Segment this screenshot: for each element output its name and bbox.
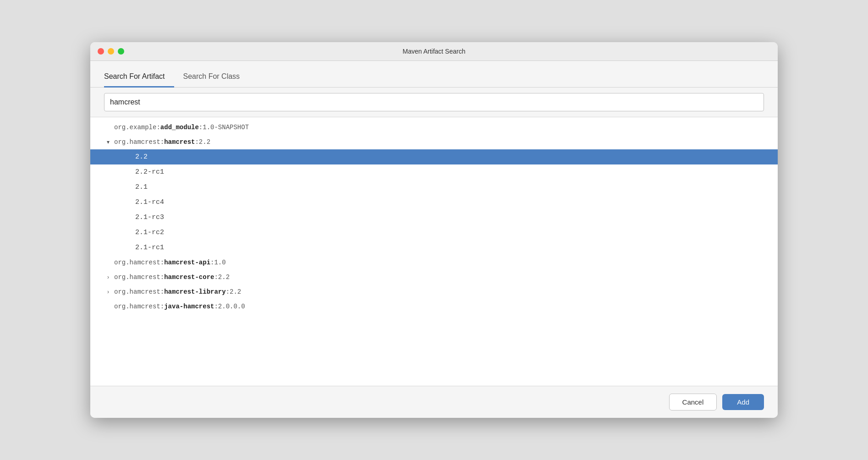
close-button[interactable] [98,48,104,55]
list-item-hamcrest-library[interactable]: › org.hamcrest:hamcrest-library:2.2 [90,285,778,299]
title-bar: Maven Artifact Search [90,42,778,61]
list-item-version-2-1-rc4[interactable]: 2.1-rc4 [90,195,778,210]
version-label: 2.1-rc2 [135,229,164,236]
chevron-down-icon: ▾ [104,139,112,145]
artifact-label: org.hamcrest:hamcrest:2.2 [114,138,210,146]
dialog-footer: Cancel Add [90,386,778,418]
dialog-container: Maven Artifact Search Search For Artifac… [90,42,778,418]
search-input[interactable] [104,93,764,111]
version-label: 2.1-rc1 [135,244,164,252]
artifact-label: org.example:add_module:1.0-SNAPSHOT [114,124,249,131]
artifact-label: org.hamcrest:java-hamcrest:2.0.0.0 [114,303,245,310]
dialog-title: Maven Artifact Search [403,48,466,55]
chevron-right-icon: › [104,289,112,295]
list-item-group-hamcrest[interactable]: ▾ org.hamcrest:hamcrest:2.2 [90,135,778,149]
artifact-label: org.hamcrest:hamcrest-api:1.0 [114,259,226,266]
minimize-button[interactable] [108,48,114,55]
dialog-body: Search For Artifact Search For Class org… [90,61,778,386]
search-area [90,88,778,117]
list-item-version-2-1-rc1[interactable]: 2.1-rc1 [90,240,778,255]
list-item-version-2-2-rc1[interactable]: 2.2-rc1 [90,164,778,180]
list-item-hamcrest-api[interactable]: org.hamcrest:hamcrest-api:1.0 [90,255,778,270]
artifact-label: org.hamcrest:hamcrest-core:2.2 [114,274,230,281]
list-item-version-2-2[interactable]: 2.2 [90,149,778,164]
artifact-label: org.hamcrest:hamcrest-library:2.2 [114,288,241,296]
tabs-container: Search For Artifact Search For Class [90,66,778,88]
list-item-version-2-1-rc3[interactable]: 2.1-rc3 [90,210,778,225]
add-button[interactable]: Add [722,394,764,410]
list-item[interactable]: org.example:add_module:1.0-SNAPSHOT [90,120,778,135]
window-controls [98,48,124,55]
cancel-button[interactable]: Cancel [669,394,717,411]
chevron-right-icon: › [104,274,112,280]
tab-search-artifact[interactable]: Search For Artifact [104,66,174,88]
maximize-button[interactable] [118,48,124,55]
version-label: 2.2-rc1 [135,168,164,176]
version-label: 2.1-rc4 [135,198,164,206]
list-item-java-hamcrest[interactable]: org.hamcrest:java-hamcrest:2.0.0.0 [90,299,778,314]
version-label: 2.1-rc3 [135,214,164,221]
list-item-hamcrest-core[interactable]: › org.hamcrest:hamcrest-core:2.2 [90,270,778,285]
list-item-version-2-1-rc2[interactable]: 2.1-rc2 [90,225,778,240]
list-item-version-2-1[interactable]: 2.1 [90,180,778,195]
version-label: 2.1 [135,183,148,191]
results-area[interactable]: org.example:add_module:1.0-SNAPSHOT ▾ or… [90,117,778,386]
tab-search-class[interactable]: Search For Class [183,66,249,88]
version-label: 2.2 [135,153,148,161]
